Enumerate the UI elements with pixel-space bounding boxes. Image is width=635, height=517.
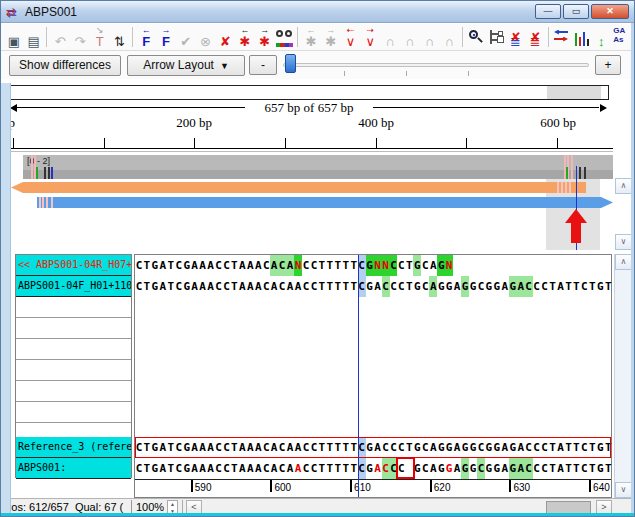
base-cell[interactable]: A	[159, 437, 167, 458]
base-cell[interactable]: C	[278, 276, 286, 297]
base-cell[interactable]: T	[230, 276, 238, 297]
base-cell[interactable]: G	[493, 276, 501, 297]
base-cell[interactable]: A	[199, 255, 207, 276]
base-cell[interactable]: T	[564, 437, 572, 458]
next-read-end-icon[interactable]: ✱→	[321, 26, 341, 49]
base-cell[interactable]: A	[207, 437, 215, 458]
base-cell[interactable]: A	[246, 437, 254, 458]
base-cell[interactable]: C	[580, 437, 588, 458]
base-cell[interactable]: C	[382, 437, 390, 458]
base-cell[interactable]: T	[318, 458, 326, 479]
base-cell[interactable]: C	[390, 255, 398, 276]
base-cell[interactable]: A	[191, 255, 199, 276]
base-cell[interactable]: G	[183, 255, 191, 276]
base-cell[interactable]: C	[302, 276, 310, 297]
base-cell[interactable]: A	[517, 458, 525, 479]
editor-vertical-scrollbar[interactable]: ∧ ∨	[614, 254, 632, 498]
base-cell[interactable]: C	[477, 458, 485, 479]
reject-base-icon[interactable]: ⊗	[196, 26, 216, 49]
prev-low-quality-icon[interactable]: ∨⇠	[341, 26, 361, 49]
base-cell[interactable]: A	[191, 458, 199, 479]
base-cell[interactable]: T	[350, 437, 358, 458]
base-cell[interactable]: A	[286, 437, 294, 458]
base-cell[interactable]: T	[604, 458, 612, 479]
base-cell[interactable]: T	[230, 458, 238, 479]
base-cell[interactable]: A	[270, 276, 278, 297]
base-cell[interactable]: C	[397, 255, 405, 276]
base-cell[interactable]: G	[183, 276, 191, 297]
base-cell[interactable]: T	[572, 437, 580, 458]
base-cell[interactable]: T	[549, 437, 557, 458]
extend-left-icon[interactable]: ∩	[420, 26, 440, 49]
base-cell[interactable]: T	[549, 276, 557, 297]
base-cell[interactable]: T	[230, 255, 238, 276]
base-cell[interactable]: C	[278, 437, 286, 458]
base-cell[interactable]: A	[207, 458, 215, 479]
base-cell[interactable]: C	[262, 458, 270, 479]
group-view-icon[interactable]	[486, 26, 506, 49]
base-cell[interactable]: G	[493, 437, 501, 458]
base-cell[interactable]: A	[557, 437, 565, 458]
base-cell[interactable]: T	[405, 437, 413, 458]
insert-edit-icon[interactable]: T↘	[90, 26, 110, 49]
base-cell[interactable]: T	[342, 437, 350, 458]
base-cell[interactable]: G	[413, 437, 421, 458]
zoom-in-button[interactable]: +	[595, 55, 621, 75]
base-cell[interactable]: C	[397, 437, 405, 458]
show-traces-icon[interactable]	[572, 26, 592, 49]
base-cell[interactable]: A	[254, 458, 262, 479]
base-cell[interactable]: A	[501, 458, 509, 479]
base-cell[interactable]: C	[397, 276, 405, 297]
zoom-slider-thumb[interactable]	[285, 54, 296, 73]
scroll-down-icon[interactable]: ∨	[615, 482, 632, 498]
base-cell[interactable]: T	[405, 255, 413, 276]
base-cell[interactable]: G	[413, 276, 421, 297]
minimize-button[interactable]: —	[535, 4, 561, 19]
base-cell[interactable]: A	[207, 255, 215, 276]
prev-discrepancy-icon[interactable]: ✱←	[235, 26, 255, 49]
scroll-down-icon[interactable]: ∨	[615, 234, 632, 250]
base-cell[interactable]: A	[429, 276, 437, 297]
base-cell[interactable]: C	[541, 458, 549, 479]
base-cell[interactable]: T	[326, 458, 334, 479]
base-cell[interactable]: T	[588, 458, 596, 479]
base-cell[interactable]: C	[533, 437, 541, 458]
scroll-up-icon[interactable]: ∧	[615, 254, 632, 270]
base-cell[interactable]: T	[167, 458, 175, 479]
base-cell[interactable]: A	[238, 255, 246, 276]
base-cell[interactable]: C	[382, 458, 390, 479]
base-cell[interactable]: A	[270, 437, 278, 458]
base-cell[interactable]: T	[572, 458, 580, 479]
base-cell[interactable]: G	[509, 276, 517, 297]
base-cell[interactable]: C	[310, 437, 318, 458]
next-forward-read-icon[interactable]: F→	[156, 26, 176, 49]
base-cell[interactable]: T	[342, 255, 350, 276]
base-cell[interactable]: G	[445, 437, 453, 458]
base-cell[interactable]: C	[222, 255, 230, 276]
base-cell[interactable]: T	[572, 276, 580, 297]
base-cell[interactable]: C	[541, 276, 549, 297]
zoom-slider-track[interactable]	[283, 63, 589, 67]
base-cell[interactable]: A	[453, 458, 461, 479]
base-cell[interactable]: T	[167, 437, 175, 458]
base-cell[interactable]: T	[604, 437, 612, 458]
base-cell[interactable]: A	[429, 255, 437, 276]
base-cell[interactable]: T	[143, 458, 151, 479]
base-cell[interactable]: A	[517, 276, 525, 297]
remove-reads-icon[interactable]: ≣✘	[525, 26, 545, 49]
base-cell[interactable]: T	[143, 276, 151, 297]
arrow-layout-button[interactable]: Arrow Layout▼	[127, 55, 245, 76]
base-cell[interactable]: T	[350, 276, 358, 297]
next-discrepancy-icon[interactable]: ✱→	[255, 26, 275, 49]
base-cell[interactable]: T	[167, 276, 175, 297]
base-cell[interactable]: T	[326, 276, 334, 297]
base-cell[interactable]: C	[175, 255, 183, 276]
base-cell[interactable]: T	[334, 276, 342, 297]
base-cell[interactable]: C	[135, 437, 143, 458]
base-cell[interactable]: A	[453, 437, 461, 458]
base-cell[interactable]: C	[541, 437, 549, 458]
base-cell[interactable]: G	[461, 276, 469, 297]
base-cell[interactable]: C	[262, 276, 270, 297]
sequence-pane[interactable]: CTGATCGAAACCTAAACACANCCTTTTTCGNNCCTGCAGN…	[134, 254, 612, 498]
base-cell[interactable]: C	[135, 255, 143, 276]
